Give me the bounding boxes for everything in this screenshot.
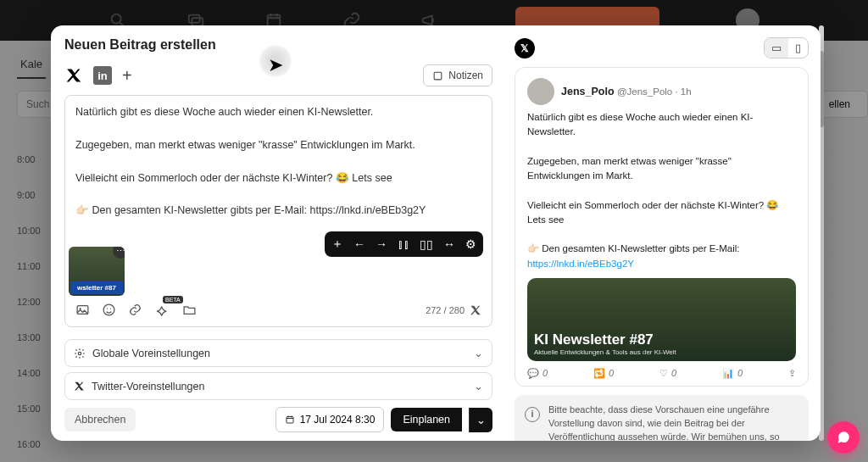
svg-point-8 <box>107 308 108 309</box>
global-settings-accordion[interactable]: Globale Voreinstellungen⌄ <box>64 339 492 367</box>
like-icon[interactable]: ♡ 0 <box>659 368 676 379</box>
preview-media: KI Newsletter #87Aktuelle Entwicklungen … <box>527 278 796 361</box>
date-picker-button[interactable]: 17 Jul 2024 8:30 <box>275 407 385 432</box>
twitter-x-tiny-icon <box>74 381 85 392</box>
views-icon[interactable]: 📊 0 <box>722 368 743 379</box>
chevron-down-icon: ⌄ <box>474 380 483 392</box>
note-icon <box>432 70 443 81</box>
cursor-icon: ➤ <box>268 54 283 76</box>
reply-icon[interactable]: 💬 0 <box>527 368 548 379</box>
calendar-small-icon <box>285 415 295 425</box>
svg-point-10 <box>78 352 81 355</box>
preview-platform-icon: 𝕏 <box>515 38 535 58</box>
chevron-down-icon: ⌄ <box>474 347 483 359</box>
svg-rect-11 <box>287 417 293 424</box>
chat-bubble-icon <box>836 430 851 445</box>
share-icon[interactable]: ⇪ <box>788 368 796 379</box>
svg-point-7 <box>103 304 114 315</box>
tweet-preview: Jens_Polo @Jens_Polo · 1h Natürlich gibt… <box>515 67 809 387</box>
toolbar-split-icon[interactable]: ⫿⫿ <box>398 237 409 252</box>
gear-icon <box>74 348 86 359</box>
editor-toolbar: ＋ ← → ⫿⫿ ▯▯ ↔ ⚙ <box>325 231 483 257</box>
toolbar-columns-icon[interactable]: ▯▯ <box>420 237 433 252</box>
notes-button[interactable]: Notizen <box>423 64 492 86</box>
preview-avatar <box>527 78 554 105</box>
compose-modal: Neuen Beitrag erstellen ➤ in + Notizen N… <box>51 25 821 441</box>
calendar-tab[interactable]: Kale <box>17 51 46 79</box>
link2-icon[interactable] <box>128 303 142 317</box>
post-editor[interactable]: Natürlich gibt es diese Woche auch wiede… <box>64 95 492 327</box>
desktop-view-icon[interactable]: ▭ <box>765 38 788 58</box>
toolbar-add-icon[interactable]: ＋ <box>331 237 343 252</box>
attachment-thumbnail[interactable]: ⋯ wsletter #87 <box>69 247 125 296</box>
svg-rect-4 <box>434 72 442 80</box>
chat-fab[interactable] <box>827 421 860 454</box>
toolbar-prev-icon[interactable]: ← <box>353 237 365 252</box>
toolbar-next-icon[interactable]: → <box>376 237 387 252</box>
preview-handle: @Jens_Polo · 1h <box>617 86 692 97</box>
twitter-settings-accordion[interactable]: Twitter-Voreinstellungen⌄ <box>64 372 492 400</box>
twitter-x-small-icon <box>470 304 481 316</box>
editor-text[interactable]: Natürlich gibt es diese Woche auch wiede… <box>75 104 481 220</box>
preview-link[interactable]: https://lnkd.in/eBEb3g2Y <box>527 259 634 269</box>
svg-point-9 <box>110 308 111 309</box>
preview-body: Natürlich gibt es diese Woche auch wiede… <box>527 110 796 271</box>
preview-notice: i Bitte beachte, dass diese Vorschauen e… <box>515 395 809 441</box>
cancel-button[interactable]: Abbrechen <box>64 408 136 431</box>
emoji-icon[interactable] <box>102 303 116 317</box>
schedule-button[interactable]: Einplanen <box>391 408 462 431</box>
image-icon[interactable] <box>75 303 90 317</box>
toolbar-settings-icon[interactable]: ⚙ <box>465 237 476 252</box>
thumbnail-menu-icon[interactable]: ⋯ <box>113 247 125 259</box>
ai-icon[interactable]: BETA <box>154 302 170 318</box>
add-platform-button[interactable]: + <box>122 66 132 86</box>
char-counter: 272 / 280 <box>426 304 481 316</box>
schedule-dropdown-button[interactable]: ⌄ <box>469 408 492 432</box>
retweet-icon[interactable]: 🔁 0 <box>593 368 614 379</box>
device-toggle[interactable]: ▭ ▯ <box>764 37 809 58</box>
linkedin-icon[interactable]: in <box>93 66 112 85</box>
toolbar-expand-icon[interactable]: ↔ <box>443 237 455 252</box>
twitter-x-icon[interactable] <box>64 66 83 85</box>
svg-point-0 <box>112 14 121 24</box>
mobile-view-icon[interactable]: ▯ <box>788 38 808 58</box>
info-icon: i <box>525 407 540 422</box>
svg-rect-1 <box>189 15 200 23</box>
preview-username: Jens_Polo <box>561 86 615 97</box>
folder-icon[interactable] <box>182 303 197 317</box>
